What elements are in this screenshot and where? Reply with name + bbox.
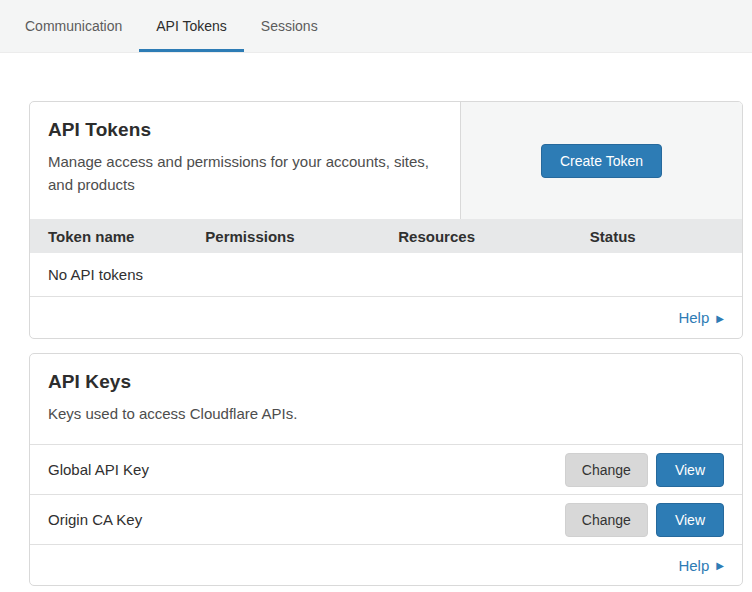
global-api-key-actions: Change View: [565, 453, 724, 487]
tokens-help-label: Help: [678, 309, 709, 326]
help-arrow-icon: ▶: [716, 313, 724, 324]
tab-bar: Communication API Tokens Sessions: [0, 0, 752, 53]
column-header-status: Status: [572, 228, 742, 245]
column-header-token-name: Token name: [30, 228, 187, 245]
keys-help-link[interactable]: Help ▶: [678, 557, 724, 574]
keys-help-row: Help ▶: [30, 544, 742, 585]
api-keys-title: API Keys: [48, 371, 724, 393]
api-tokens-description: Manage access and permissions for your a…: [48, 150, 442, 197]
origin-ca-key-view-button[interactable]: View: [656, 503, 724, 537]
tab-api-tokens[interactable]: API Tokens: [139, 0, 244, 52]
api-tokens-header-text: API Tokens Manage access and permissions…: [30, 102, 460, 219]
global-api-key-view-button[interactable]: View: [656, 453, 724, 487]
tab-communication[interactable]: Communication: [8, 0, 139, 52]
global-api-key-label: Global API Key: [48, 461, 149, 478]
tokens-empty-row: No API tokens: [30, 253, 742, 297]
page-content: API Tokens Manage access and permissions…: [0, 53, 752, 586]
api-keys-description: Keys used to access Cloudflare APIs.: [48, 402, 724, 425]
origin-ca-key-actions: Change View: [565, 503, 724, 537]
help-arrow-icon: ▶: [716, 560, 724, 571]
tokens-empty-message: No API tokens: [48, 266, 143, 283]
create-token-button[interactable]: Create Token: [541, 144, 662, 178]
tokens-table-header: Token name Permissions Resources Status: [30, 219, 742, 253]
origin-ca-key-row: Origin CA Key Change View: [30, 494, 742, 544]
api-keys-card-header: API Keys Keys used to access Cloudflare …: [30, 354, 742, 444]
column-header-resources: Resources: [380, 228, 572, 245]
api-tokens-card-header: API Tokens Manage access and permissions…: [30, 102, 742, 219]
tokens-help-row: Help ▶: [30, 297, 742, 338]
global-api-key-change-button[interactable]: Change: [565, 453, 648, 487]
api-keys-card: API Keys Keys used to access Cloudflare …: [29, 353, 743, 586]
column-header-permissions: Permissions: [187, 228, 380, 245]
origin-ca-key-change-button[interactable]: Change: [565, 503, 648, 537]
origin-ca-key-label: Origin CA Key: [48, 511, 142, 528]
tab-sessions[interactable]: Sessions: [244, 0, 335, 52]
api-tokens-card: API Tokens Manage access and permissions…: [29, 101, 743, 339]
api-tokens-title: API Tokens: [48, 119, 442, 141]
global-api-key-row: Global API Key Change View: [30, 444, 742, 494]
tokens-help-link[interactable]: Help ▶: [678, 309, 724, 326]
keys-help-label: Help: [678, 557, 709, 574]
api-tokens-header-action-panel: Create Token: [460, 102, 742, 219]
